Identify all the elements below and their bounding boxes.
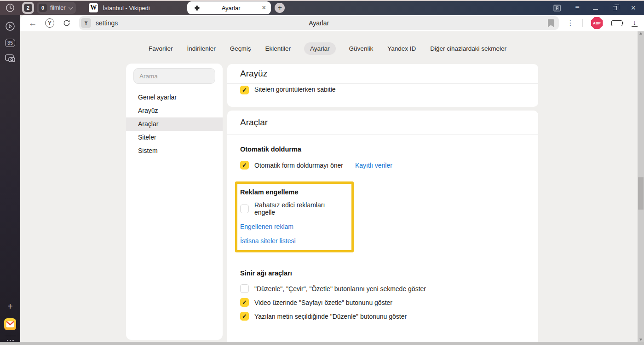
- settings-sidebar: Genel ayarlar Arayüz Araçlar Siteler Sis…: [126, 64, 223, 340]
- wikipedia-favicon: W: [89, 3, 98, 12]
- section-arayuz: Arayüz ✓ Siteleri görüntülerken sabitle: [227, 64, 538, 107]
- link-istisna-siteler[interactable]: İstisna siteler listesi: [240, 237, 347, 245]
- checkbox-checked[interactable]: ✓: [240, 312, 249, 321]
- section-title-araclar: Araçlar: [227, 111, 538, 134]
- browser-window: 2 0 filmler W İstanbul - Vikipedi Ayarla…: [0, 0, 644, 345]
- nav-tab-indirilenler[interactable]: İndirilenler: [186, 42, 217, 55]
- back-button[interactable]: ←: [29, 19, 37, 27]
- settings-page: Favoriler İndirilenler Geçmiş Eklentiler…: [20, 31, 644, 342]
- nav-tab-eklentiler[interactable]: Eklentiler: [264, 42, 292, 55]
- divider: [5, 336, 16, 336]
- nav-tab-gecmis[interactable]: Geçmiş: [229, 42, 252, 55]
- menu-icon[interactable]: ≡: [575, 4, 579, 12]
- chevron-down-icon: [69, 5, 73, 10]
- group-label: filmler: [50, 5, 65, 11]
- play-circle-icon[interactable]: [5, 21, 15, 31]
- settings-favicon: Y: [81, 18, 91, 28]
- setting-row-adblock: Rahatsız edici reklamları engelle: [240, 201, 347, 216]
- sidebar-item-araclar[interactable]: Araçlar: [126, 117, 223, 131]
- setting-row-sabitle: ✓ Siteleri görüntülerken sabitle: [227, 86, 538, 94]
- window-bottom-edge: [0, 342, 644, 345]
- gear-icon: [193, 5, 200, 12]
- link-engellenen-reklam[interactable]: Engellenen reklam: [240, 223, 347, 230]
- adblock-plus-icon[interactable]: ABP: [591, 17, 603, 29]
- history-clock-button[interactable]: [0, 3, 20, 12]
- screenshot-icon[interactable]: [5, 53, 16, 64]
- clock-icon: [6, 3, 15, 12]
- extensions-menu-icon[interactable]: ⋮: [567, 19, 574, 27]
- tab-group-count: 2: [24, 4, 32, 12]
- section-title-arayuz: Arayüz: [227, 64, 538, 84]
- tab-ayarlar-active[interactable]: Ayarlar ×: [187, 1, 271, 14]
- more-options-icon[interactable]: [7, 340, 14, 341]
- setting-label: Otomatik form doldurmayı öner: [254, 162, 343, 169]
- search-input[interactable]: [133, 68, 215, 84]
- tab-group-filmler[interactable]: 0 filmler: [37, 2, 76, 14]
- highlighted-adblock-box: Reklam engelleme Rahatsız edici reklamla…: [235, 181, 354, 252]
- link-kayitli-veriler[interactable]: Kayıtlı veriler: [355, 162, 392, 169]
- subsection-otomatik-doldurma: Otomatik doldurma: [240, 146, 525, 153]
- nav-tab-diger-cihazlar[interactable]: Diğer cihazlardaki sekmeler: [429, 42, 507, 55]
- tab-title: İstanbul - Vikipedi: [103, 5, 150, 12]
- scroll-down-arrow[interactable]: [639, 339, 642, 341]
- scrollbar[interactable]: [638, 31, 644, 342]
- side-panel-icon[interactable]: [552, 4, 561, 12]
- nav-tab-yandex-id[interactable]: Yandex ID: [386, 42, 417, 55]
- nav-tab-ayarlar[interactable]: Ayarlar: [304, 42, 336, 55]
- refresh-icon[interactable]: [63, 19, 71, 27]
- group-unread-count: 0: [39, 4, 47, 12]
- checkbox-checked[interactable]: ✓: [240, 161, 249, 170]
- checkbox-unchecked[interactable]: [240, 284, 249, 293]
- page-title: Ayarlar: [79, 19, 559, 27]
- browser-toolbar: ← Y Y settings Ayarlar ⋮ ABP ↓: [20, 15, 644, 31]
- settings-top-nav: Favoriler İndirilenler Geçmiş Eklentiler…: [20, 42, 635, 55]
- sidebar-item-sistem[interactable]: Sistem: [126, 144, 223, 158]
- setting-label: Rahatsız edici reklamları engelle: [254, 201, 347, 216]
- setting-label: "Düzenle", "Çevir", "Özetle" butonlarını…: [254, 285, 426, 292]
- downloads-icon[interactable]: ↓: [632, 19, 638, 27]
- tab-strip: 2 0 filmler W İstanbul - Vikipedi Ayarla…: [0, 0, 644, 15]
- minimize-button[interactable]: [593, 9, 598, 10]
- setting-row-neural-buttons: "Düzenle", "Çevir", "Özetle" butonlarını…: [240, 284, 525, 293]
- divider: [582, 19, 583, 27]
- address-bar[interactable]: Y settings Ayarlar: [79, 16, 559, 30]
- subsection-reklam-engelleme: Reklam engelleme: [240, 188, 347, 196]
- nav-tab-favoriler[interactable]: Favoriler: [148, 42, 174, 55]
- url-text: settings: [96, 19, 118, 27]
- sidebar-item-siteler[interactable]: Siteler: [126, 131, 223, 144]
- close-tab-icon[interactable]: ×: [262, 4, 266, 12]
- tab-group-count-chip[interactable]: 2: [22, 2, 34, 14]
- checkbox-unchecked[interactable]: [240, 205, 249, 213]
- setting-label: Video üzerinde "Sayfayı özetle" butonunu…: [254, 299, 392, 306]
- battery-saver-icon[interactable]: [611, 20, 624, 26]
- new-tab-button[interactable]: +: [275, 3, 285, 13]
- close-window-button[interactable]: ×: [631, 4, 636, 12]
- checkbox-checked[interactable]: ✓: [240, 298, 249, 307]
- setting-row-video-ozetle: ✓ Video üzerinde "Sayfayı özetle" butonu…: [240, 298, 525, 307]
- left-rail: 35 +: [0, 15, 20, 345]
- tab-count-badge[interactable]: 35: [5, 39, 15, 47]
- bookmark-icon[interactable]: [547, 19, 554, 27]
- tab-title: Ayarlar: [200, 5, 262, 12]
- yandex-mail-icon[interactable]: [4, 318, 16, 330]
- setting-label: Siteleri görüntülerken sabitle: [254, 88, 336, 93]
- section-araclar: Araçlar Otomatik doldurma ✓ Otomatik for…: [227, 111, 538, 342]
- yandex-home-icon[interactable]: Y: [45, 18, 54, 28]
- setting-label: Yazılan metin seçildiğinde "Düzenle" but…: [254, 313, 407, 320]
- restore-button[interactable]: [613, 6, 617, 10]
- scroll-up-arrow[interactable]: [639, 32, 642, 35]
- sidebar-item-arayuz[interactable]: Arayüz: [126, 104, 223, 117]
- scrollbar-thumb[interactable]: [638, 177, 644, 210]
- setting-row-autofill: ✓ Otomatik form doldurmayı öner Kayıtlı …: [240, 161, 525, 170]
- checkbox-checked[interactable]: ✓: [240, 86, 249, 94]
- add-panel-icon[interactable]: +: [7, 301, 13, 312]
- sidebar-item-genel-ayarlar[interactable]: Genel ayarlar: [126, 91, 223, 104]
- tab-istanbul-vikipedi[interactable]: W İstanbul - Vikipedi: [89, 3, 158, 12]
- setting-row-duzenle-butonu: ✓ Yazılan metin seçildiğinde "Düzenle" b…: [240, 312, 525, 321]
- subsection-sinir-agi: Sinir ağı araçları: [240, 269, 525, 277]
- nav-tab-guvenlik[interactable]: Güvenlik: [348, 42, 374, 55]
